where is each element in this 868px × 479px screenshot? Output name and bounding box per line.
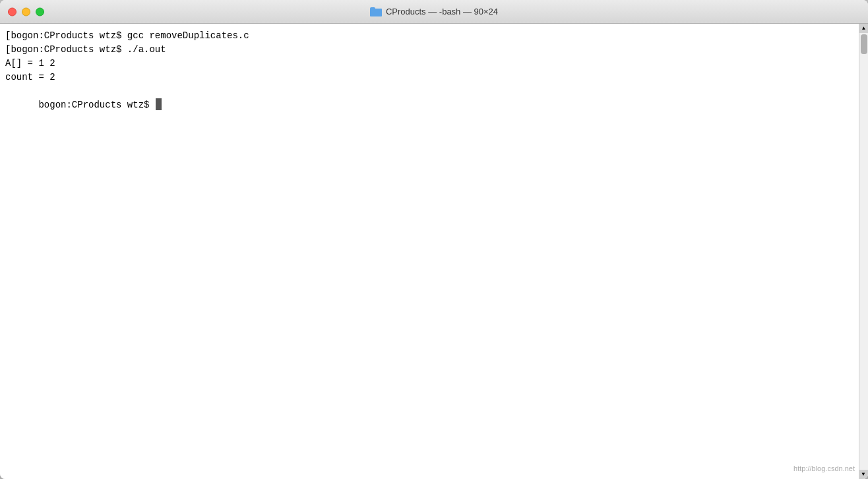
terminal-line-4: count = 2 [5, 71, 863, 84]
scrollbar-down-arrow[interactable]: ▼ [859, 470, 868, 479]
scrollbar[interactable]: ▲ ▼ [859, 24, 868, 479]
terminal-cursor [156, 98, 162, 110]
window-controls [8, 7, 44, 16]
terminal-body[interactable]: [bogon:CProducts wtz$ gcc removeDuplicat… [0, 24, 868, 479]
title-content: CProducts — -bash — 90×24 [370, 7, 498, 16]
terminal-line-3: A[] = 1 2 [5, 57, 863, 71]
scrollbar-up-arrow[interactable]: ▲ [859, 24, 869, 33]
maximize-button[interactable] [36, 7, 44, 16]
folder-icon [370, 7, 382, 16]
close-button[interactable] [8, 7, 16, 16]
window-title: CProducts — -bash — 90×24 [386, 7, 498, 16]
minimize-button[interactable] [22, 7, 30, 16]
terminal-line-5: bogon:CProducts wtz$ [5, 84, 863, 126]
watermark: http://blog.csdn.net [793, 463, 855, 474]
scrollbar-thumb[interactable] [861, 34, 867, 54]
terminal-line-2: [bogon:CProducts wtz$ ./a.out [5, 43, 863, 57]
title-bar: CProducts — -bash — 90×24 [0, 0, 868, 24]
terminal-line-1: [bogon:CProducts wtz$ gcc removeDuplicat… [5, 29, 863, 43]
terminal-window: CProducts — -bash — 90×24 [bogon:CProduc… [0, 0, 868, 479]
